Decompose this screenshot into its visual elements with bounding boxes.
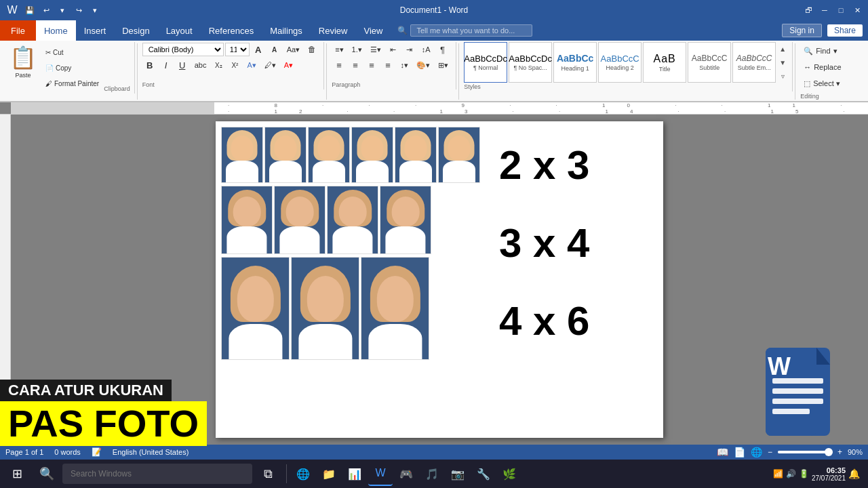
taskbar-explorer-app[interactable]: 📁	[317, 462, 341, 486]
maximize-button[interactable]: □	[835, 5, 846, 16]
taskbar-app3[interactable]: 📷	[446, 462, 470, 486]
style-heading2[interactable]: AaBbCcC Heading 2	[598, 42, 642, 83]
menu-view[interactable]: View	[355, 20, 391, 41]
menu-layout[interactable]: Layout	[158, 20, 201, 41]
change-case-button[interactable]: Aa▾	[283, 42, 303, 57]
shrink-font-button[interactable]: A	[267, 42, 282, 57]
style-subtle-emphasis[interactable]: AaBbCcC Subtle Em...	[732, 42, 776, 83]
align-right-button[interactable]: ≡	[364, 58, 379, 73]
cut-button[interactable]: ✂ Cut	[42, 45, 102, 60]
font-size-select[interactable]: 11	[225, 43, 250, 56]
line-spacing-button[interactable]: ↕▾	[397, 58, 412, 73]
underline-button[interactable]: U	[175, 58, 190, 73]
editing-group-label: Editing	[800, 92, 819, 100]
share-button[interactable]: Share	[827, 24, 863, 37]
grow-font-button[interactable]: A	[251, 42, 266, 57]
subscript-button[interactable]: X₂	[211, 58, 226, 73]
menu-home[interactable]: Home	[36, 20, 76, 41]
cut-icon: ✂	[45, 49, 51, 56]
zoom-out-button[interactable]: −	[768, 447, 772, 457]
paste-button[interactable]: 📋	[8, 43, 38, 72]
proofing-icon[interactable]: 📝	[92, 447, 102, 457]
shading-button[interactable]: 🎨▾	[413, 58, 433, 73]
menu-references[interactable]: References	[201, 20, 262, 41]
style-normal[interactable]: AaBbCcDc ¶ Normal	[464, 42, 507, 83]
font-color-button[interactable]: A▾	[281, 58, 296, 73]
copy-button[interactable]: 📄 Copy	[42, 60, 102, 75]
tell-me-input[interactable]	[410, 24, 532, 37]
view-read-icon[interactable]: 📖	[717, 447, 728, 458]
style-normal-preview: AaBbCcDc	[464, 54, 507, 64]
format-painter-button[interactable]: 🖌 Format Painter	[42, 76, 102, 91]
taskbar-app4[interactable]: 🔧	[471, 462, 496, 486]
style-no-spacing[interactable]: AaBbCcDc ¶ No Spac...	[509, 42, 552, 83]
paste-label[interactable]: Paste	[15, 72, 31, 79]
notification-icon[interactable]: 🔔	[848, 468, 860, 479]
style-no-spacing-label: ¶ No Spac...	[513, 64, 547, 71]
menu-design[interactable]: Design	[114, 20, 157, 41]
decrease-indent-button[interactable]: ⇤	[386, 42, 401, 57]
text-highlight-button[interactable]: 🖊▾	[261, 58, 279, 73]
styles-more[interactable]: ▿	[777, 69, 788, 83]
show-formatting-button[interactable]: ¶	[435, 42, 450, 57]
text-effects-button[interactable]: A▾	[243, 58, 259, 73]
photo-2x3-2	[264, 127, 307, 183]
search-button[interactable]: 🔍	[33, 462, 61, 486]
restore-down-button[interactable]: 🗗	[803, 5, 814, 16]
increase-indent-button[interactable]: ⇥	[402, 42, 417, 57]
zoom-slider-thumb[interactable]	[825, 448, 833, 456]
menu-insert[interactable]: Insert	[76, 20, 115, 41]
task-view-button[interactable]: ⧉	[254, 462, 282, 486]
clear-formatting-button[interactable]: 🗑	[304, 42, 319, 57]
numbering-button[interactable]: 1.▾	[349, 42, 366, 57]
replace-button[interactable]: ↔ Replace	[800, 60, 844, 75]
undo-dropdown[interactable]: ▾	[56, 3, 69, 17]
style-subtitle-preview: AaBbCcC	[692, 54, 728, 63]
align-center-button[interactable]: ≡	[348, 58, 363, 73]
minimize-button[interactable]: ─	[819, 5, 830, 16]
close-button[interactable]: ✕	[852, 5, 863, 16]
customize-quick-access[interactable]: ▾	[88, 3, 102, 17]
format-painter-icon: 🖌	[45, 80, 52, 87]
status-bar: Page 1 of 1 0 words 📝 English (United St…	[0, 445, 868, 460]
borders-button[interactable]: ⊞▾	[435, 58, 452, 73]
italic-button[interactable]: I	[159, 58, 174, 73]
menu-file[interactable]: File	[0, 20, 36, 41]
language[interactable]: English (United States)	[113, 448, 189, 456]
undo-button[interactable]: ↩	[39, 3, 53, 17]
bold-button[interactable]: B	[142, 58, 157, 73]
taskbar-excel-app[interactable]: 📊	[342, 462, 367, 486]
taskbar-app1[interactable]: 🎮	[394, 462, 418, 486]
zoom-in-button[interactable]: +	[837, 447, 842, 457]
styles-scroll-up[interactable]: ▲	[777, 42, 788, 56]
system-clock[interactable]: 06:35 27/07/2021	[812, 466, 846, 482]
justify-button[interactable]: ≡	[380, 58, 395, 73]
menu-mailings[interactable]: Mailings	[262, 20, 311, 41]
align-left-button[interactable]: ≡	[332, 58, 347, 73]
taskbar-app5[interactable]: 🌿	[497, 462, 521, 486]
find-button[interactable]: 🔍 Find ▾	[800, 43, 844, 58]
style-title[interactable]: AaB Title	[643, 42, 686, 83]
view-print-icon[interactable]: 📄	[734, 447, 745, 458]
style-heading1[interactable]: AaBbCc Heading 1	[553, 42, 597, 83]
redo-button[interactable]: ↪	[72, 3, 85, 17]
style-subtitle[interactable]: AaBbCcC Subtitle	[688, 42, 731, 83]
taskbar-search-input[interactable]	[62, 464, 252, 484]
font-name-select[interactable]: Calibri (Body)	[142, 43, 224, 56]
taskbar-system-tray: 📶 🔊 🔋 06:35 27/07/2021 🔔	[773, 466, 865, 482]
sort-button[interactable]: ↕A	[418, 42, 434, 57]
taskbar-edge-app[interactable]: 🌐	[291, 462, 315, 486]
bullets-button[interactable]: ≡▾	[332, 42, 347, 57]
save-button[interactable]: 💾	[23, 3, 37, 17]
taskbar-app2[interactable]: 🎵	[420, 462, 444, 486]
view-web-icon[interactable]: 🌐	[751, 447, 762, 458]
styles-scroll-down[interactable]: ▼	[777, 56, 788, 69]
superscript-button[interactable]: X²	[227, 58, 242, 73]
start-button[interactable]: ⊞	[3, 462, 31, 486]
menu-review[interactable]: Review	[311, 20, 356, 41]
multilevel-list-button[interactable]: ☰▾	[367, 42, 384, 57]
strikethrough-button[interactable]: abc	[191, 58, 210, 73]
taskbar-word-app[interactable]: W	[368, 462, 393, 486]
sign-in-button[interactable]: Sign in	[782, 24, 822, 37]
select-button[interactable]: ⬚ Select ▾	[800, 76, 844, 91]
